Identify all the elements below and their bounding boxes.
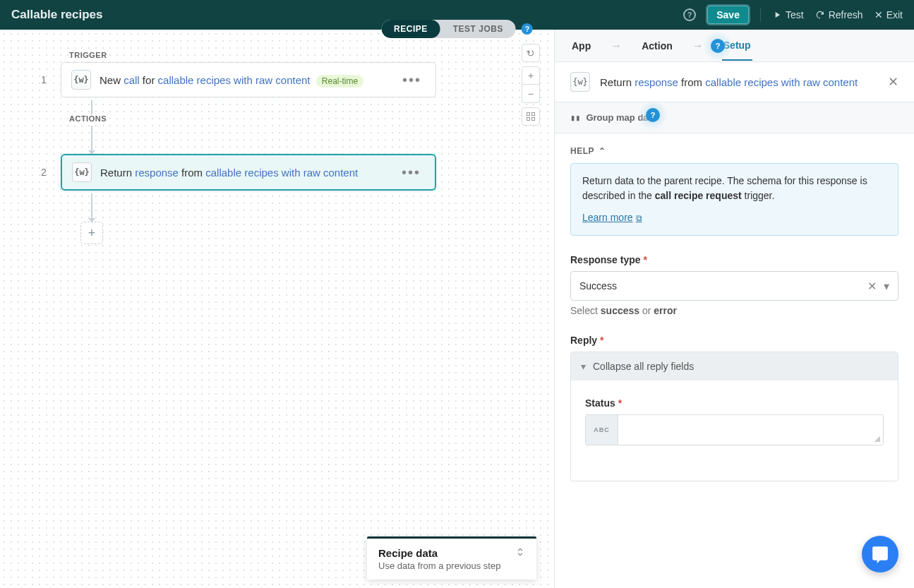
- type-badge: ABC: [586, 415, 618, 445]
- canvas[interactable]: ↺ + − TRIGGER 1 {w} New call for callabl…: [0, 30, 555, 588]
- more-icon[interactable]: •••: [397, 164, 425, 181]
- arrow-icon: →: [692, 40, 704, 52]
- zoom-in-button[interactable]: +: [522, 66, 540, 85]
- step-number: 2: [41, 167, 49, 178]
- tab-action[interactable]: Action: [640, 32, 674, 60]
- external-link-icon: ⧉: [636, 212, 642, 224]
- help-toggle[interactable]: HELP ⌃: [570, 146, 898, 156]
- undo-icon: ↺: [525, 46, 537, 59]
- refresh-button[interactable]: Refresh: [815, 9, 863, 20]
- recipe-data-sub: Use data from a previous step: [378, 560, 525, 571]
- view-tabs: RECIPE TEST JOBS: [381, 20, 533, 38]
- crosshair-icon: [527, 112, 535, 121]
- play-icon: [772, 10, 782, 20]
- plus-icon: +: [528, 70, 534, 81]
- response-type-label: Response type *: [570, 254, 898, 265]
- trigger-label: TRIGGER: [69, 51, 436, 59]
- chat-icon: [871, 545, 889, 563]
- app-w-icon: {w}: [570, 72, 590, 92]
- collapse-reply-toggle[interactable]: ▾ Collapse all reply fields: [571, 352, 898, 380]
- response-hint: Select success or error: [570, 305, 898, 316]
- save-button[interactable]: Save: [707, 6, 749, 24]
- reply-section: ▾ Collapse all reply fields Status * ABC: [570, 352, 898, 481]
- refresh-icon: [815, 10, 825, 20]
- divider: [760, 8, 761, 22]
- clear-icon[interactable]: ✕: [867, 280, 877, 293]
- add-step-button[interactable]: +: [80, 222, 103, 244]
- undo-button[interactable]: ↺: [522, 44, 540, 62]
- minus-icon: −: [528, 88, 534, 100]
- step-card-trigger[interactable]: {w} New call for callable recipes with r…: [61, 62, 436, 97]
- recipe-data-panel[interactable]: Recipe data Use data from a previous ste…: [367, 536, 536, 580]
- caret-down-icon: ▾: [581, 361, 586, 372]
- help-icon: [646, 108, 660, 122]
- help-icon: [711, 39, 725, 53]
- tab-recipe[interactable]: RECIPE: [381, 20, 440, 38]
- step-text: Return response from callable recipes wi…: [100, 167, 389, 179]
- recipe-data-title: Recipe data: [378, 547, 438, 559]
- expand-icon[interactable]: [515, 547, 525, 559]
- status-input[interactable]: ABC: [585, 414, 884, 445]
- chevron-down-icon[interactable]: ▾: [884, 280, 889, 293]
- map-icon: ▮▮: [570, 113, 580, 123]
- reply-label: Reply *: [570, 335, 898, 346]
- test-button[interactable]: Test: [772, 9, 804, 20]
- help-highlight[interactable]: [703, 31, 733, 61]
- side-panel: App → Action → Setup {w} Return response…: [555, 30, 914, 588]
- help-highlight[interactable]: [638, 100, 668, 130]
- more-icon[interactable]: •••: [398, 72, 426, 88]
- tabs-help-icon[interactable]: [522, 23, 533, 35]
- help-icon[interactable]: [683, 8, 696, 21]
- tab-test-jobs[interactable]: TEST JOBS: [440, 20, 516, 38]
- actions-label: ACTIONS: [69, 114, 436, 123]
- app-w-icon: {w}: [71, 70, 91, 90]
- exit-button[interactable]: ✕ Exit: [874, 9, 903, 20]
- learn-more-link[interactable]: Learn more⧉: [582, 210, 642, 225]
- arrow-icon: →: [611, 40, 622, 52]
- response-type-select[interactable]: Success ✕ ▾: [570, 271, 898, 301]
- help-box: Return data to the parent recipe. The sc…: [570, 163, 898, 236]
- realtime-badge: Real-time: [316, 75, 363, 88]
- plus-icon: +: [88, 226, 96, 241]
- zoom-out-button[interactable]: −: [522, 85, 540, 103]
- app-w-icon: {w}: [72, 162, 92, 182]
- panel-title: Return response from callable recipes wi…: [600, 76, 878, 88]
- step-number: 1: [41, 74, 49, 85]
- close-icon: ✕: [874, 9, 883, 20]
- step-card-action[interactable]: {w} Return response from callable recipe…: [61, 154, 436, 191]
- fit-button[interactable]: [522, 107, 540, 126]
- chevron-up-icon: ⌃: [599, 146, 606, 156]
- tab-app[interactable]: App: [570, 32, 592, 60]
- close-icon[interactable]: ✕: [888, 74, 898, 90]
- chat-button[interactable]: [862, 536, 898, 572]
- app-title: Callable recipes: [11, 8, 102, 22]
- status-label: Status *: [585, 397, 884, 409]
- step-text: New call for callable recipes with raw c…: [100, 74, 390, 86]
